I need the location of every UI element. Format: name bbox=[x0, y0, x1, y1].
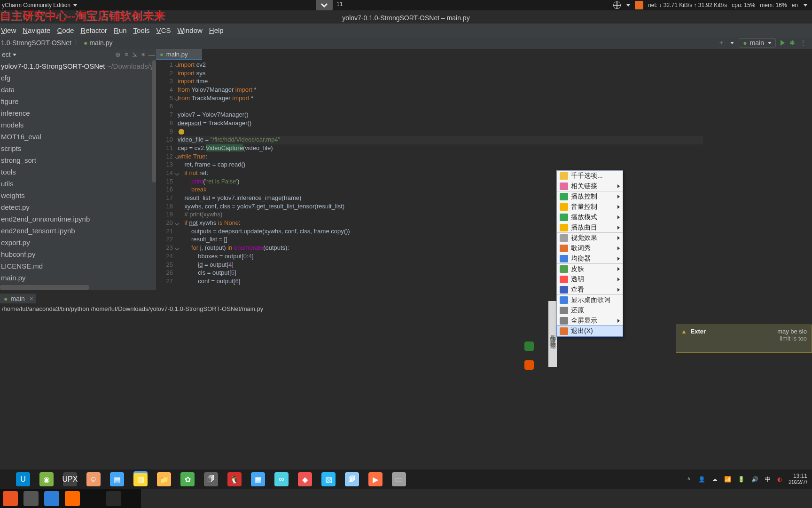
taskbar-app-icon[interactable]: ▤ bbox=[110, 472, 124, 486]
locate-icon[interactable]: ⊕ bbox=[114, 51, 122, 58]
hide-icon[interactable]: — bbox=[148, 51, 156, 58]
tree-item[interactable]: end2end_onnxruntime.ipynb bbox=[0, 213, 156, 225]
tree-item[interactable]: LICENSE.md bbox=[0, 260, 156, 272]
tray-extra-icon[interactable]: ◐ bbox=[777, 476, 782, 483]
menu-vcs[interactable]: VCS bbox=[156, 26, 171, 34]
tray-clock[interactable]: 13:11 2022/7/ bbox=[789, 473, 807, 485]
ctx-item[interactable]: 全屏显示 bbox=[557, 316, 623, 326]
tree-item[interactable]: main.py bbox=[0, 272, 156, 284]
menu-tools[interactable]: Tools bbox=[133, 26, 150, 34]
tree-item[interactable]: models bbox=[0, 119, 156, 131]
taskbar-app-icon[interactable]: ▧ bbox=[321, 472, 336, 486]
dock-app-icon[interactable] bbox=[86, 491, 101, 506]
editor-code[interactable]: import cv2import sysimport timefrom Yolo… bbox=[178, 60, 703, 280]
add-config-chevron[interactable] bbox=[730, 42, 734, 44]
ctx-item[interactable]: 退出(X) bbox=[557, 326, 623, 336]
taskbar-app-icon[interactable]: 📁 bbox=[157, 472, 171, 486]
project-header-label[interactable]: ect bbox=[0, 51, 11, 58]
tray-volume-icon[interactable]: 🔊 bbox=[751, 476, 758, 483]
app-menu-chevron[interactable] bbox=[73, 4, 77, 7]
tree-item[interactable]: export.py bbox=[0, 237, 156, 248]
taskbar-app-icon[interactable]: U bbox=[16, 472, 30, 486]
collapse-icon[interactable]: ≡ bbox=[122, 51, 131, 58]
taskbar-app-icon[interactable]: 🗐 bbox=[204, 472, 218, 486]
dock-app-icon[interactable] bbox=[106, 491, 121, 506]
dock-app-icon[interactable] bbox=[3, 491, 18, 506]
menu-run[interactable]: Run bbox=[114, 26, 127, 34]
menu-window[interactable]: Window bbox=[177, 26, 202, 34]
tray-chevron-icon[interactable]: ＾ bbox=[686, 476, 692, 484]
taskbar-app-icon[interactable]: UPX bbox=[63, 472, 77, 486]
tray-mini-icon-2[interactable] bbox=[524, 360, 534, 370]
ctx-item[interactable]: 皮肤 bbox=[557, 264, 623, 274]
tree-item[interactable]: hubconf.py bbox=[0, 248, 156, 260]
menu-code[interactable]: Code bbox=[57, 26, 74, 34]
taskbar-app-icon[interactable]: 🖴 bbox=[392, 472, 406, 486]
more-run-icon[interactable]: ⋮ bbox=[800, 39, 806, 47]
run-icon[interactable] bbox=[781, 40, 785, 46]
ctx-item[interactable]: 播放控制 bbox=[557, 191, 623, 202]
tree-item[interactable]: end2end_tensorrt.ipynb bbox=[0, 225, 156, 237]
tree-item[interactable]: utils bbox=[0, 178, 156, 190]
tray-battery-icon[interactable]: 🔋 bbox=[738, 476, 745, 483]
crumb-project[interactable]: 1.0-StrongSORT-OSNet bbox=[0, 39, 71, 47]
run-tool-close-icon[interactable]: × bbox=[30, 295, 33, 302]
tree-hscrollbar[interactable] bbox=[0, 285, 89, 290]
tree-item[interactable]: weights bbox=[0, 190, 156, 201]
ctx-item[interactable]: 显示桌面歌词 bbox=[557, 295, 623, 305]
ctx-item[interactable]: 查看 bbox=[557, 285, 623, 295]
ctx-item[interactable]: 均衡器 bbox=[557, 254, 623, 264]
tree-item[interactable]: scripts bbox=[0, 143, 156, 154]
menu-view[interactable]: View bbox=[1, 26, 16, 34]
tree-item[interactable]: MOT16_eval bbox=[0, 131, 156, 143]
workspace-switch-icon[interactable] bbox=[316, 0, 333, 10]
taskbar-app-icon[interactable]: 🐧 bbox=[227, 472, 242, 486]
external-change-warning[interactable]: ▲ Exter may be slo limit is too bbox=[676, 325, 812, 353]
ctx-item[interactable]: 歌词秀 bbox=[557, 243, 623, 254]
ctx-item[interactable]: 相关链接 bbox=[557, 181, 623, 191]
taskbar-app-icon[interactable]: ▶ bbox=[368, 472, 383, 486]
ctx-item[interactable]: 播放模式 bbox=[557, 212, 623, 222]
tray-people-icon[interactable]: 👤 bbox=[698, 476, 705, 483]
taskbar-app-icon[interactable]: 🗊 bbox=[345, 472, 359, 486]
globe-icon[interactable] bbox=[613, 1, 621, 9]
taskbar-app-icon[interactable]: ✿ bbox=[180, 472, 195, 486]
menu-refactor[interactable]: Refactor bbox=[80, 26, 107, 34]
dock-app-icon[interactable] bbox=[65, 491, 80, 506]
tree-item[interactable]: inference bbox=[0, 107, 156, 119]
lang-chevron[interactable] bbox=[804, 4, 807, 7]
ctx-item[interactable]: 播放曲目 bbox=[557, 222, 623, 233]
dock-app-icon[interactable] bbox=[23, 491, 39, 506]
taskbar-app-icon[interactable]: ☺ bbox=[86, 472, 101, 486]
tree-item[interactable]: cfg bbox=[0, 72, 156, 84]
tree-item[interactable]: figure bbox=[0, 95, 156, 107]
tray-wifi-icon[interactable]: 📶 bbox=[724, 476, 731, 483]
taskbar-app-icon[interactable]: ▦ bbox=[251, 472, 265, 486]
intention-bulb-icon[interactable] bbox=[179, 129, 184, 135]
tree-item[interactable]: strong_sort bbox=[0, 154, 156, 166]
menu-help[interactable]: Help bbox=[209, 26, 224, 34]
tray-cloud-icon[interactable]: ☁ bbox=[712, 476, 718, 483]
ctx-item[interactable]: 千千选项... bbox=[557, 171, 623, 181]
notification-icon[interactable] bbox=[635, 1, 643, 9]
input-lang[interactable]: en bbox=[792, 2, 798, 8]
menu-navigate[interactable]: Navigate bbox=[23, 26, 50, 34]
settings-icon[interactable]: ✶ bbox=[139, 51, 148, 58]
app-name[interactable]: yCharm Community Edition bbox=[2, 2, 70, 8]
add-config-icon[interactable]: ＋ bbox=[718, 39, 725, 47]
editor-tab[interactable]: ● main.py bbox=[156, 49, 202, 60]
taskbar-app-icon[interactable]: ∞ bbox=[274, 472, 289, 486]
ttplayer-context-menu[interactable]: 千千选项...相关链接播放控制音量控制播放模式播放曲目视觉效果歌词秀均衡器皮肤透… bbox=[556, 170, 623, 337]
ctx-item[interactable]: 视觉效果 bbox=[557, 233, 623, 243]
taskbar-app-icon[interactable]: ◆ bbox=[298, 472, 312, 486]
tree-root[interactable]: yolov7-0.1.0-StrongSORT-OSNet ~/Download… bbox=[0, 60, 156, 72]
debug-icon[interactable]: ✱ bbox=[789, 39, 795, 47]
tree-item[interactable]: data bbox=[0, 84, 156, 95]
expand-icon[interactable]: ⇲ bbox=[131, 51, 139, 58]
ctx-item[interactable]: 还原 bbox=[557, 305, 623, 316]
project-tree[interactable]: yolov7-0.1.0-StrongSORT-OSNet ~/Download… bbox=[0, 60, 156, 290]
tree-vscrollbar[interactable] bbox=[152, 60, 156, 183]
project-header-chevron[interactable] bbox=[13, 54, 16, 56]
globe-chevron[interactable] bbox=[626, 4, 630, 7]
tree-item[interactable]: detect.py bbox=[0, 201, 156, 213]
